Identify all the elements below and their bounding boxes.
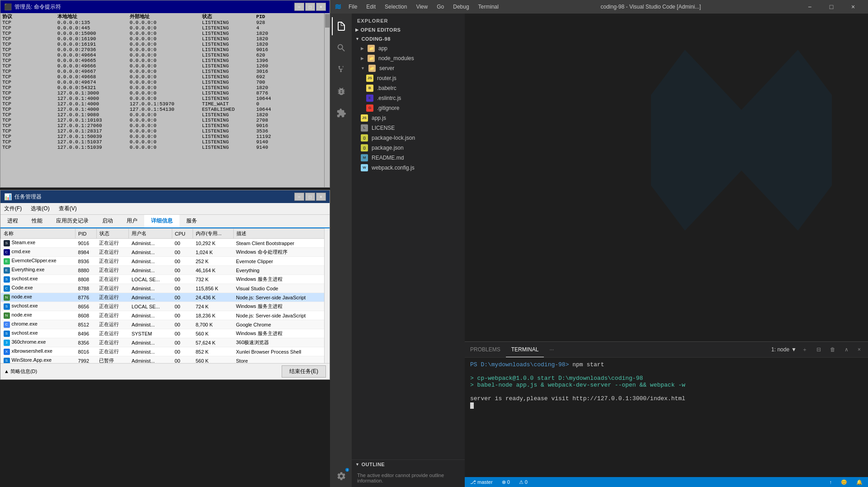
menu-edit[interactable]: Edit [363, 3, 379, 11]
tree-item[interactable]: JSapp.js [352, 113, 465, 123]
git-branch-status[interactable]: ⎇master [468, 479, 495, 485]
tree-item[interactable]: JSrouter.js [352, 73, 465, 83]
proc-col-status[interactable]: 状态 [96, 229, 129, 239]
table-row[interactable]: Nnode.exe8776正在运行Administ...0024,436 KNo… [1, 293, 330, 302]
terminal-close-button[interactable]: × [854, 345, 864, 354]
tree-item[interactable]: ▼📁server [352, 63, 465, 73]
tree-item[interactable]: LLICENSE [352, 123, 465, 133]
tab-terminal[interactable]: TERMINAL [506, 342, 544, 357]
proc-col-name[interactable]: 名称 [1, 229, 75, 239]
cmd-close-button[interactable]: × [316, 3, 326, 11]
taskman-maximize-button[interactable]: □ [305, 193, 315, 201]
tree-item[interactable]: {}package.json [352, 143, 465, 153]
tree-item[interactable]: Wwebpack.config.js [352, 163, 465, 173]
terminal-split-button[interactable]: ⊟ [813, 345, 825, 354]
tree-item[interactable]: G.gitignore [352, 103, 465, 113]
tree-item[interactable]: MREADME.md [352, 153, 465, 163]
vscode-minimize-button[interactable]: − [799, 0, 820, 14]
menu-go[interactable]: Go [433, 3, 448, 11]
taskman-close-button[interactable]: × [316, 193, 326, 201]
taskman-minimize-button[interactable]: − [294, 193, 304, 201]
warning-count[interactable]: ⚠ 0 [517, 479, 529, 485]
terminal-instance-dropdown[interactable]: ▼ [791, 346, 797, 353]
menu-file[interactable]: 文件(F) [2, 204, 24, 213]
table-row[interactable]: Ssvchost.exe8656正在运行LOCAL SE...00724 KWi… [1, 302, 330, 311]
menu-file[interactable]: File [345, 3, 361, 11]
tab-apphistory[interactable]: 应用历史记录 [49, 215, 95, 227]
table-row: TCP0.0.0.0:496680.0.0.0:0LISTENING692 [0, 74, 330, 80]
table-row[interactable]: Cchrome.exe8512正在运行Administ...008,700 KG… [1, 320, 330, 329]
tree-item[interactable]: {}package-lock.json [352, 133, 465, 143]
tab-process[interactable]: 进程 [0, 215, 25, 227]
cmd-window-controls[interactable]: − □ × [294, 3, 326, 11]
activity-settings[interactable]: ! [332, 467, 350, 485]
folder-icon: 📁 [368, 45, 375, 52]
proc-col-desc[interactable]: 描述 [233, 229, 330, 239]
summary-info-button[interactable]: ▲ 简略信息(D) [4, 368, 37, 375]
table-row[interactable]: EEverything.exe8880正在运行Administ...0046,1… [1, 266, 330, 275]
menu-debug[interactable]: Debug [449, 3, 472, 11]
table-row[interactable]: CCode.exe8788正在运行Administ...00115,856 KV… [1, 284, 330, 293]
table-row[interactable]: Ssvchost.exe8496正在运行SYSTEM00560 KWindows… [1, 329, 330, 338]
tree-item[interactable]: ▶📁app [352, 43, 465, 53]
proc-col-mem[interactable]: 内存(专用... [193, 229, 233, 239]
taskmanager-window[interactable]: 📊 任务管理器 − □ × 文件(F) 选项(O) 查看(V) 进程 性能 应用… [0, 190, 330, 380]
table-row: TCP127.0.0.1:500390.0.0.0:0LISTENING1119… [0, 134, 330, 139]
table-row[interactable]: EEvernoteClipper.exe8936正在运行Administ...0… [1, 257, 330, 266]
table-row[interactable]: Nnode.exe8608正在运行Administ...0018,236 KNo… [1, 311, 330, 320]
terminal-body[interactable]: PS D:\mydownloads\coding-98> npm start >… [465, 358, 868, 477]
table-row[interactable]: SSteam.exe9016正在运行Administ...0010,292 KS… [1, 239, 330, 248]
tab-users[interactable]: 用户 [120, 215, 144, 227]
taskman-window-controls[interactable]: − □ × [294, 193, 326, 201]
terminal-add-button[interactable]: ＋ [798, 345, 811, 355]
cmd-maximize-button[interactable]: □ [305, 3, 315, 11]
terminal-maximize-button[interactable]: ∧ [841, 345, 852, 354]
cmd-scrollbar[interactable] [324, 13, 330, 187]
notification-bell[interactable]: 🔔 [854, 479, 864, 485]
table-row[interactable]: 3360chrome.exe8356正在运行Administ...0057,62… [1, 338, 330, 347]
tree-item-label: router.js [377, 75, 396, 81]
activity-search[interactable] [332, 39, 350, 57]
tab-details[interactable]: 详细信息 [144, 215, 179, 227]
cmd-window[interactable]: ⬛ 管理员: 命令提示符 − □ × 协议 本地地址 外部地址 状态 PID T… [0, 0, 330, 188]
activity-git[interactable] [332, 61, 350, 79]
proc-col-user[interactable]: 用户名 [129, 229, 172, 239]
vscode-close-button[interactable]: × [843, 0, 863, 14]
outline-header[interactable]: ▼ OUTLINE [352, 460, 465, 469]
open-editors-header[interactable]: ▶ OPEN EDITORS [352, 25, 465, 34]
settings-sync[interactable]: ↑ [828, 479, 834, 485]
tab-services[interactable]: 服务 [179, 215, 204, 227]
tree-item[interactable]: ▶📁node_modules [352, 53, 465, 63]
table-row[interactable]: Ccmd.exe8984正在运行Administ...001,024 KWind… [1, 248, 330, 257]
tree-item[interactable]: E.eslintrc.js [352, 93, 465, 103]
cmd-scrollbar-thumb[interactable] [325, 14, 330, 28]
terminal-trash-button[interactable]: 🗑 [826, 345, 839, 354]
coding98-header[interactable]: ▼ CODING-98 [352, 34, 465, 43]
vscode-maximize-button[interactable]: □ [821, 0, 842, 14]
table-row[interactable]: SWinStore.App.exe7992已暂停Administ...00560… [1, 356, 330, 364]
activity-extensions[interactable] [332, 104, 350, 122]
tree-item[interactable]: B.babelrc [352, 83, 465, 93]
editor-content[interactable] [465, 14, 868, 341]
table-row[interactable]: Xxlbrowsershell.exe8016正在运行Administ...00… [1, 347, 330, 356]
proc-col-cpu[interactable]: CPU [172, 229, 193, 239]
taskman-scrollbar[interactable] [324, 228, 330, 363]
tab-problems[interactable]: PROBLEMS [465, 342, 506, 357]
activity-files[interactable] [332, 17, 350, 35]
vscode-win-controls[interactable]: − □ × [799, 0, 863, 14]
menu-terminal[interactable]: Terminal [475, 3, 502, 11]
menu-options[interactable]: 选项(O) [29, 204, 51, 213]
menu-selection[interactable]: Selection [381, 3, 410, 11]
activity-debug[interactable] [332, 82, 350, 100]
end-task-button[interactable]: 结束任务(E) [282, 365, 326, 378]
menu-view[interactable]: View [412, 3, 431, 11]
tab-more[interactable]: ··· [544, 342, 559, 357]
tab-startup[interactable]: 启动 [95, 215, 120, 227]
proc-col-pid[interactable]: PID [75, 229, 97, 239]
feedback[interactable]: 😊 [839, 479, 849, 485]
tab-performance[interactable]: 性能 [25, 215, 49, 227]
error-count[interactable]: ⊗ 0 [500, 479, 512, 485]
cmd-minimize-button[interactable]: − [294, 3, 304, 11]
table-row[interactable]: Ssvchost.exe8808正在运行LOCAL SE...00732 KWi… [1, 275, 330, 284]
menu-view[interactable]: 查看(V) [57, 204, 79, 213]
